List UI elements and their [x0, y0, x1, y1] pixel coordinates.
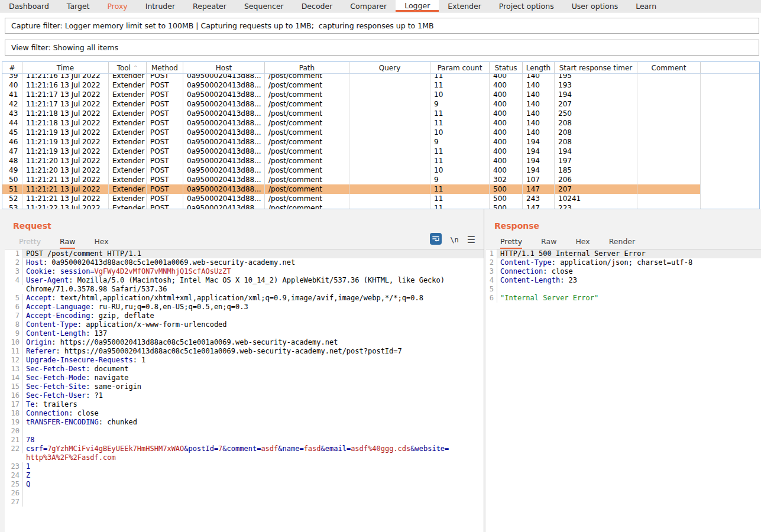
editor-menu-icon[interactable]: ☰ [467, 235, 475, 245]
table-row[interactable]: 5011:21:21 13 Jul 2022ExtenderPOST0a9500… [2, 175, 759, 184]
column-header-tool[interactable]: Tool⌃ [109, 62, 147, 73]
cell-query [349, 156, 430, 166]
view-filter-bar[interactable]: View filter: Showing all items [5, 40, 759, 56]
show-nonprintable-icon[interactable]: \n [450, 236, 458, 244]
column-header-comment[interactable]: Comment [637, 62, 701, 73]
response-tab-hex[interactable]: Hex [575, 237, 590, 249]
column-header-path[interactable]: Path [265, 62, 349, 73]
cell-method: POST [147, 184, 183, 194]
cell-param-count: 11 [430, 194, 490, 203]
nav-tab-logger[interactable]: Logger [396, 0, 439, 12]
line-number: 14 [5, 374, 23, 382]
cell-comment [637, 128, 701, 137]
request-tab-hex[interactable]: Hex [94, 237, 108, 249]
line-number: 27 [5, 498, 23, 507]
response-tabs: PrettyRawHexRender [486, 235, 761, 249]
cell-host: 0a9500020413d88... [183, 90, 265, 99]
nav-tab-user-options[interactable]: User options [563, 0, 627, 12]
cell-time: 11:21:16 13 Jul 2022 [22, 80, 109, 90]
cell-path: /post/comment [265, 128, 349, 137]
table-row[interactable]: 3911:21:16 13 Jul 2022ExtenderPOST0a9500… [2, 74, 759, 80]
table-body[interactable]: 3911:21:16 13 Jul 2022ExtenderPOST0a9500… [2, 74, 759, 209]
nav-tab-proxy[interactable]: Proxy [99, 0, 137, 12]
row-filler [701, 184, 759, 194]
cell-path: /post/comment [265, 203, 349, 209]
cell-length: 194 [523, 166, 555, 175]
cell-start-response-timer: 194 [555, 90, 637, 99]
cell-query [349, 90, 430, 99]
sort-ascending-icon: ⌃ [133, 64, 138, 71]
table-row[interactable]: 4611:21:19 13 Jul 2022ExtenderPOST0a9500… [2, 137, 759, 147]
table-row[interactable]: 4511:21:19 13 Jul 2022ExtenderPOST0a9500… [2, 128, 759, 137]
cell-query [349, 80, 430, 90]
request-editor-line: 9Content-Length: 137 [5, 329, 484, 338]
cell-query [349, 99, 430, 109]
table-row[interactable]: 4011:21:16 13 Jul 2022ExtenderPOST0a9500… [2, 80, 759, 90]
nav-tab-target[interactable]: Target [58, 0, 99, 12]
logger-table[interactable]: #TimeTool⌃MethodHostPathQueryParam count… [2, 61, 760, 209]
table-row[interactable]: 4411:21:18 13 Jul 2022ExtenderPOST0a9500… [2, 118, 759, 128]
cell-start-response-timer: 208 [555, 128, 637, 137]
response-editor-line: 6"Internal Server Error" [486, 294, 761, 303]
nav-tab-extender[interactable]: Extender [439, 0, 490, 12]
column-header-host[interactable]: Host [183, 62, 265, 73]
column-header-length[interactable]: Length [523, 62, 555, 73]
cell-host: 0a9500020413d88... [183, 184, 265, 194]
nav-tab-intruder[interactable]: Intruder [137, 0, 184, 12]
table-row[interactable]: 4211:21:17 13 Jul 2022ExtenderPOST0a9500… [2, 99, 759, 109]
cell-status: 500 [490, 184, 523, 194]
cell-param-count: 9 [430, 137, 490, 147]
request-tab-pretty[interactable]: Pretty [19, 237, 41, 249]
cell-length: 243 [523, 194, 555, 203]
table-row[interactable]: 4311:21:18 13 Jul 2022ExtenderPOST0a9500… [2, 109, 759, 118]
row-filler [701, 74, 759, 80]
response-line-text: "Internal Server Error" [497, 294, 761, 303]
cell-method: POST [147, 109, 183, 118]
response-editor[interactable]: 1HTTP/1.1 500 Internal Server Error2Cont… [486, 249, 761, 532]
nav-tab-dashboard[interactable]: Dashboard [0, 0, 58, 12]
response-tab-render[interactable]: Render [609, 237, 636, 249]
column-header-query[interactable]: Query [349, 62, 430, 73]
line-number: 4 [486, 276, 497, 285]
column-header-start-response-timer[interactable]: Start response timer [555, 62, 637, 73]
cell-param-count: 10 [430, 90, 490, 99]
table-row[interactable]: 4111:21:17 13 Jul 2022ExtenderPOST0a9500… [2, 90, 759, 99]
nav-tab-repeater[interactable]: Repeater [184, 0, 235, 12]
capture-filter-bar[interactable]: Capture filter: Logger memory limit set … [5, 18, 759, 34]
cell-length: 147 [523, 203, 555, 209]
table-row[interactable]: 5311:21:22 13 Jul 2022ExtenderPOST0a9500… [2, 203, 759, 209]
column-header-number[interactable]: # [2, 62, 22, 73]
table-row[interactable]: 4911:21:20 13 Jul 2022ExtenderPOST0a9500… [2, 166, 759, 175]
table-row[interactable]: 5111:21:21 13 Jul 2022ExtenderPOST0a9500… [2, 184, 759, 194]
response-tab-pretty[interactable]: Pretty [500, 237, 522, 249]
column-header-time[interactable]: Time [22, 62, 109, 73]
cell-length: 194 [523, 147, 555, 156]
table-row[interactable]: 4711:21:19 13 Jul 2022ExtenderPOST0a9500… [2, 147, 759, 156]
response-editor-line: 5 [486, 285, 761, 294]
nav-tab-decoder[interactable]: Decoder [293, 0, 342, 12]
column-header-param-count[interactable]: Param count [430, 62, 490, 73]
cell-time: 11:21:18 13 Jul 2022 [22, 118, 109, 128]
nav-tab-comparer[interactable]: Comparer [341, 0, 396, 12]
cell-tool: Extender [109, 147, 147, 156]
pretty-print-icon[interactable] [430, 233, 442, 247]
table-row[interactable]: 4811:21:20 13 Jul 2022ExtenderPOST0a9500… [2, 156, 759, 166]
request-line-text: Sec-Fetch-User: ?1 [23, 391, 484, 400]
column-header-status[interactable]: Status [490, 62, 523, 73]
table-row[interactable]: 5211:21:21 13 Jul 2022ExtenderPOST0a9500… [2, 194, 759, 203]
cell-host: 0a9500020413d88... [183, 74, 265, 80]
response-line-text: Connection: close [497, 267, 761, 276]
request-editor[interactable]: 1POST /post/comment HTTP/1.12Host: 0a950… [5, 249, 484, 532]
response-tab-raw[interactable]: Raw [541, 237, 556, 249]
panel-divider[interactable] [484, 209, 484, 532]
column-header-method[interactable]: Method [147, 62, 183, 73]
request-tab-raw[interactable]: Raw [60, 237, 75, 249]
nav-tab-project-options[interactable]: Project options [490, 0, 563, 12]
row-filler [701, 156, 759, 166]
nav-tab-learn[interactable]: Learn [627, 0, 665, 12]
nav-tab-sequencer[interactable]: Sequencer [235, 0, 293, 12]
cell-method: POST [147, 194, 183, 203]
request-line-text: Sec-Fetch-Mode: navigate [23, 374, 484, 382]
row-filler [701, 128, 759, 137]
cell-tool: Extender [109, 166, 147, 175]
